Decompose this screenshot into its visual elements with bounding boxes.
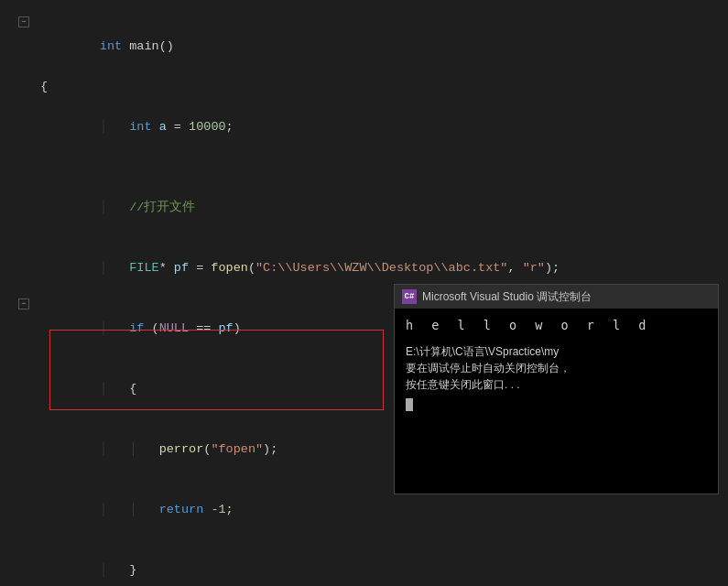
line-1: − int main() xyxy=(0,16,728,77)
gutter-7: − xyxy=(0,298,37,309)
console-titlebar: C# Microsoft Visual Studio 调试控制台 xyxy=(395,285,718,309)
line-2: { xyxy=(0,77,728,97)
code-line-11: │ } xyxy=(37,540,728,586)
code-line-3: │ int a = 10000; xyxy=(37,97,728,157)
line-3: │ int a = 10000; xyxy=(0,97,728,157)
collapse-btn-7[interactable]: − xyxy=(18,298,29,309)
console-window: C# Microsoft Visual Studio 调试控制台 h e l l… xyxy=(394,284,719,494)
console-output-hello: h e l l o w o r l d xyxy=(406,318,707,332)
line-4 xyxy=(0,157,728,178)
code-line-5: │ //打开文件 xyxy=(37,178,728,238)
collapse-btn-1[interactable]: − xyxy=(18,16,29,27)
console-app-icon: C# xyxy=(402,289,417,304)
code-line-1: int main() xyxy=(37,16,728,77)
line-11: │ } xyxy=(0,540,728,586)
console-body: h e l l o w o r l d E:\计算机\C语言\VSpractic… xyxy=(395,309,718,420)
console-title-text: Microsoft Visual Studio 调试控制台 xyxy=(422,289,592,305)
code-line-4 xyxy=(37,157,728,178)
line-5: │ //打开文件 xyxy=(0,178,728,238)
console-cursor xyxy=(406,398,413,411)
code-editor: − int main() { │ int a = 10000; xyxy=(0,0,728,586)
code-line-2: { xyxy=(37,77,728,97)
console-output-path: E:\计算机\C语言\VSpractice\my 要在调试停止时自动关闭控制台，… xyxy=(406,343,707,393)
gutter-1: − xyxy=(0,16,37,27)
